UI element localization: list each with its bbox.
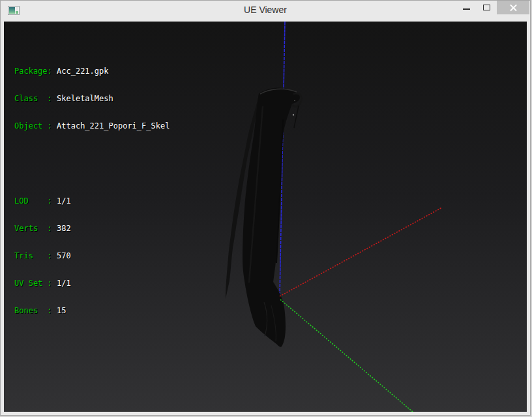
- close-icon: [509, 3, 518, 12]
- maximize-icon: [483, 5, 490, 10]
- stat-label: Tris :: [14, 251, 52, 260]
- minimize-icon: [463, 8, 470, 10]
- stat-label: Bones :: [14, 306, 52, 315]
- info-value: SkeletalMesh: [52, 94, 113, 103]
- window-title: UE Viewer: [1, 5, 530, 15]
- stat-value: 1/1: [52, 279, 71, 288]
- mesh-hook-strand: [294, 106, 299, 128]
- stat-line-verts: Verts : 382: [14, 224, 170, 233]
- axis-x-line: [280, 208, 442, 296]
- info-label: Object :: [14, 121, 52, 131]
- stat-line-lod: LOD : 1/1: [14, 196, 170, 206]
- info-label: Class :: [14, 94, 52, 103]
- titlebar[interactable]: UE Viewer: [1, 1, 530, 21]
- stat-line-tris: Tris : 570: [14, 251, 170, 260]
- info-overlay: Package: Acc_221.gpk Class : SkeletalMes…: [14, 30, 170, 352]
- axis-y-line: [280, 300, 413, 412]
- info-line-class: Class : SkeletalMesh: [14, 94, 170, 103]
- info-value: Acc_221.gpk: [52, 67, 109, 76]
- stat-value: 570: [52, 251, 71, 260]
- info-line-package: Package: Acc_221.gpk: [14, 67, 170, 76]
- stat-value: 1/1: [52, 196, 71, 206]
- close-button[interactable]: [497, 1, 529, 14]
- stat-label: Verts :: [14, 224, 52, 233]
- stat-line-bones: Bones : 15: [14, 306, 170, 315]
- mesh-stats-block: LOD : 1/1 Verts : 382 Tris : 570 UV Set …: [14, 178, 170, 333]
- maximize-button[interactable]: [477, 1, 497, 14]
- stat-label: UV Set :: [14, 279, 52, 288]
- minimize-button[interactable]: [456, 1, 477, 14]
- package-info-block: Package: Acc_221.gpk Class : SkeletalMes…: [14, 48, 170, 149]
- stat-label: LOD :: [14, 196, 52, 206]
- ue-viewer-window: UE Viewer: [0, 0, 531, 416]
- stat-value: 15: [52, 306, 66, 315]
- info-line-object: Object : Attach_221_Popori_F_Skel: [14, 121, 170, 131]
- window-controls: [456, 1, 529, 14]
- stat-value: 382: [52, 224, 71, 233]
- mesh-speck-highlight-2: [294, 100, 295, 101]
- stat-line-uvset: UV Set : 1/1: [14, 279, 170, 288]
- info-label: Package:: [14, 67, 52, 76]
- 3d-viewport[interactable]: Package: Acc_221.gpk Class : SkeletalMes…: [4, 22, 527, 412]
- mesh-speck-highlight: [293, 114, 294, 116]
- info-value: Attach_221_Popori_F_Skel: [52, 121, 170, 131]
